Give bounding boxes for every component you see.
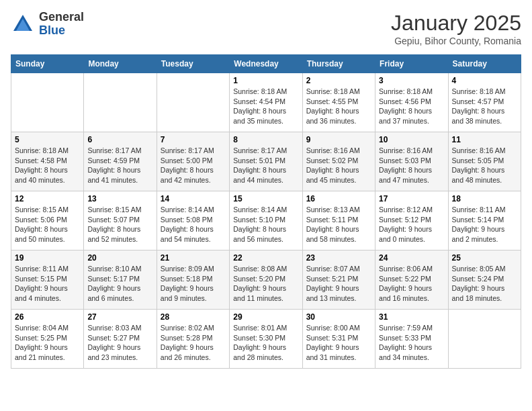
day-number: 25 xyxy=(452,253,517,263)
day-info: Sunrise: 8:01 AM Sunset: 5:30 PM Dayligh… xyxy=(233,323,298,363)
day-info: Sunrise: 8:17 AM Sunset: 4:59 PM Dayligh… xyxy=(87,146,152,185)
day-number: 8 xyxy=(233,135,298,144)
day-number: 10 xyxy=(379,135,444,144)
calendar-day-cell: 3Sunrise: 8:18 AM Sunset: 4:56 PM Daylig… xyxy=(375,73,448,132)
page-header: General Blue January 2025 Gepiu, Bihor C… xyxy=(11,11,521,46)
day-info: Sunrise: 8:11 AM Sunset: 5:15 PM Dayligh… xyxy=(15,264,80,304)
calendar-day-cell: 26Sunrise: 8:04 AM Sunset: 5:25 PM Dayli… xyxy=(11,310,84,369)
calendar-header-row: SundayMondayTuesdayWednesdayThursdayFrid… xyxy=(11,55,521,73)
day-info: Sunrise: 8:17 AM Sunset: 5:00 PM Dayligh… xyxy=(161,146,226,185)
day-info: Sunrise: 8:15 AM Sunset: 5:06 PM Dayligh… xyxy=(15,205,80,244)
day-number: 1 xyxy=(233,76,298,85)
calendar-day-cell xyxy=(448,310,521,369)
day-of-week-header: Wednesday xyxy=(230,55,302,73)
day-number: 26 xyxy=(15,312,80,322)
day-number: 21 xyxy=(161,253,226,263)
calendar-day-cell: 18Sunrise: 8:11 AM Sunset: 5:14 PM Dayli… xyxy=(448,191,521,250)
day-info: Sunrise: 8:04 AM Sunset: 5:25 PM Dayligh… xyxy=(15,323,80,363)
day-info: Sunrise: 8:16 AM Sunset: 5:02 PM Dayligh… xyxy=(306,146,371,185)
calendar-day-cell: 23Sunrise: 8:07 AM Sunset: 5:21 PM Dayli… xyxy=(302,250,375,310)
day-number: 9 xyxy=(306,135,371,144)
calendar-day-cell: 21Sunrise: 8:09 AM Sunset: 5:18 PM Dayli… xyxy=(157,250,229,310)
calendar-day-cell: 7Sunrise: 8:17 AM Sunset: 5:00 PM Daylig… xyxy=(157,132,229,191)
calendar-day-cell: 15Sunrise: 8:14 AM Sunset: 5:10 PM Dayli… xyxy=(230,191,302,250)
day-info: Sunrise: 8:18 AM Sunset: 4:56 PM Dayligh… xyxy=(379,87,444,126)
day-info: Sunrise: 8:08 AM Sunset: 5:20 PM Dayligh… xyxy=(233,264,298,304)
calendar-week-row: 5Sunrise: 8:18 AM Sunset: 4:58 PM Daylig… xyxy=(11,132,521,191)
calendar-day-cell xyxy=(11,73,84,132)
calendar-day-cell: 10Sunrise: 8:16 AM Sunset: 5:03 PM Dayli… xyxy=(375,132,448,191)
day-number: 18 xyxy=(452,194,517,203)
day-number: 15 xyxy=(233,194,298,203)
calendar-day-cell: 11Sunrise: 8:16 AM Sunset: 5:05 PM Dayli… xyxy=(448,132,521,191)
day-info: Sunrise: 8:09 AM Sunset: 5:18 PM Dayligh… xyxy=(161,264,226,304)
day-number: 13 xyxy=(87,194,152,203)
day-number: 22 xyxy=(233,253,298,263)
day-number: 24 xyxy=(379,253,444,263)
day-info: Sunrise: 8:18 AM Sunset: 4:54 PM Dayligh… xyxy=(233,87,298,126)
calendar-day-cell: 17Sunrise: 8:12 AM Sunset: 5:12 PM Dayli… xyxy=(375,191,448,250)
day-number: 3 xyxy=(379,76,444,85)
day-info: Sunrise: 8:02 AM Sunset: 5:28 PM Dayligh… xyxy=(161,323,226,363)
logo-icon xyxy=(11,12,35,36)
day-of-week-header: Sunday xyxy=(11,55,84,73)
day-info: Sunrise: 8:07 AM Sunset: 5:21 PM Dayligh… xyxy=(306,264,371,304)
calendar-day-cell: 1Sunrise: 8:18 AM Sunset: 4:54 PM Daylig… xyxy=(230,73,302,132)
day-number: 28 xyxy=(161,312,226,322)
location-subtitle: Gepiu, Bihor County, Romania xyxy=(391,36,521,46)
day-info: Sunrise: 8:03 AM Sunset: 5:27 PM Dayligh… xyxy=(87,323,152,363)
logo-text: General Blue xyxy=(39,11,84,38)
day-info: Sunrise: 8:00 AM Sunset: 5:31 PM Dayligh… xyxy=(306,323,371,363)
day-number: 23 xyxy=(306,253,371,263)
day-number: 30 xyxy=(306,312,371,322)
day-of-week-header: Tuesday xyxy=(157,55,229,73)
day-number: 16 xyxy=(306,194,371,203)
logo: General Blue xyxy=(11,11,84,38)
calendar-day-cell: 24Sunrise: 8:06 AM Sunset: 5:22 PM Dayli… xyxy=(375,250,448,310)
calendar-day-cell xyxy=(157,73,229,132)
calendar-day-cell xyxy=(84,73,157,132)
day-number: 29 xyxy=(233,312,298,322)
day-info: Sunrise: 8:16 AM Sunset: 5:03 PM Dayligh… xyxy=(379,146,444,185)
day-number: 4 xyxy=(452,76,517,85)
calendar-day-cell: 31Sunrise: 7:59 AM Sunset: 5:33 PM Dayli… xyxy=(375,310,448,369)
day-number: 17 xyxy=(379,194,444,203)
calendar-day-cell: 19Sunrise: 8:11 AM Sunset: 5:15 PM Dayli… xyxy=(11,250,84,310)
calendar-table: SundayMondayTuesdayWednesdayThursdayFrid… xyxy=(11,54,521,369)
calendar-week-row: 26Sunrise: 8:04 AM Sunset: 5:25 PM Dayli… xyxy=(11,310,521,369)
day-info: Sunrise: 8:12 AM Sunset: 5:12 PM Dayligh… xyxy=(379,205,444,244)
calendar-day-cell: 5Sunrise: 8:18 AM Sunset: 4:58 PM Daylig… xyxy=(11,132,84,191)
month-title: January 2025 xyxy=(391,11,521,36)
day-number: 20 xyxy=(87,253,152,263)
calendar-day-cell: 12Sunrise: 8:15 AM Sunset: 5:06 PM Dayli… xyxy=(11,191,84,250)
calendar-day-cell: 6Sunrise: 8:17 AM Sunset: 4:59 PM Daylig… xyxy=(84,132,157,191)
day-info: Sunrise: 8:11 AM Sunset: 5:14 PM Dayligh… xyxy=(452,205,517,244)
day-number: 7 xyxy=(161,135,226,144)
day-info: Sunrise: 8:18 AM Sunset: 4:55 PM Dayligh… xyxy=(306,87,371,126)
day-info: Sunrise: 8:15 AM Sunset: 5:07 PM Dayligh… xyxy=(87,205,152,244)
calendar-day-cell: 28Sunrise: 8:02 AM Sunset: 5:28 PM Dayli… xyxy=(157,310,229,369)
day-info: Sunrise: 8:13 AM Sunset: 5:11 PM Dayligh… xyxy=(306,205,371,244)
day-info: Sunrise: 8:16 AM Sunset: 5:05 PM Dayligh… xyxy=(452,146,517,185)
day-of-week-header: Saturday xyxy=(448,55,521,73)
calendar-day-cell: 22Sunrise: 8:08 AM Sunset: 5:20 PM Dayli… xyxy=(230,250,302,310)
day-number: 12 xyxy=(15,194,80,203)
calendar-day-cell: 16Sunrise: 8:13 AM Sunset: 5:11 PM Dayli… xyxy=(302,191,375,250)
title-block: January 2025 Gepiu, Bihor County, Romani… xyxy=(391,11,521,46)
day-info: Sunrise: 8:18 AM Sunset: 4:58 PM Dayligh… xyxy=(15,146,80,185)
calendar-day-cell: 2Sunrise: 8:18 AM Sunset: 4:55 PM Daylig… xyxy=(302,73,375,132)
day-of-week-header: Thursday xyxy=(302,55,375,73)
day-info: Sunrise: 8:05 AM Sunset: 5:24 PM Dayligh… xyxy=(452,264,517,304)
calendar-day-cell: 25Sunrise: 8:05 AM Sunset: 5:24 PM Dayli… xyxy=(448,250,521,310)
day-number: 14 xyxy=(161,194,226,203)
calendar-week-row: 1Sunrise: 8:18 AM Sunset: 4:54 PM Daylig… xyxy=(11,73,521,132)
day-info: Sunrise: 8:17 AM Sunset: 5:01 PM Dayligh… xyxy=(233,146,298,185)
day-of-week-header: Monday xyxy=(84,55,157,73)
day-number: 2 xyxy=(306,76,371,85)
day-number: 11 xyxy=(452,135,517,144)
day-info: Sunrise: 8:14 AM Sunset: 5:10 PM Dayligh… xyxy=(233,205,298,244)
day-info: Sunrise: 8:18 AM Sunset: 4:57 PM Dayligh… xyxy=(452,87,517,126)
calendar-day-cell: 9Sunrise: 8:16 AM Sunset: 5:02 PM Daylig… xyxy=(302,132,375,191)
day-info: Sunrise: 7:59 AM Sunset: 5:33 PM Dayligh… xyxy=(379,323,444,363)
logo-general-label: General xyxy=(39,11,84,24)
